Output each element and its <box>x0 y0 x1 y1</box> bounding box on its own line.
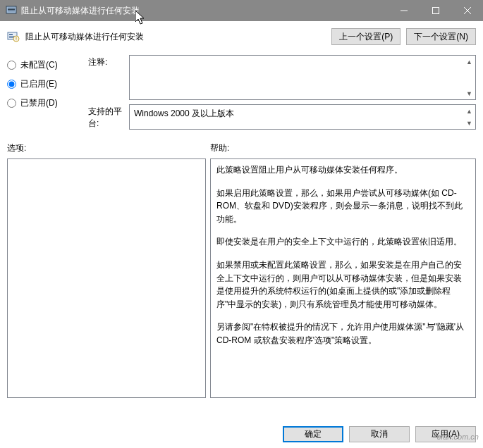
svg-rect-5 <box>432 8 439 14</box>
cancel-button[interactable]: 取消 <box>349 426 410 442</box>
svg-rect-14 <box>16 39 16 40</box>
radio-enabled-input[interactable] <box>7 80 16 89</box>
options-label: 选项: <box>7 142 210 154</box>
panes: 此策略设置阻止用户从可移动媒体安装任何程序。 如果启用此策略设置，那么，如果用户… <box>0 157 483 398</box>
scroll-up-icon[interactable]: ▲ <box>463 105 475 117</box>
options-pane[interactable] <box>7 158 206 398</box>
comment-input[interactable]: ▲ ▼ <box>129 55 476 100</box>
svg-rect-1 <box>8 8 15 8</box>
window-controls <box>388 0 483 21</box>
radio-not-configured[interactable]: 未配置(C) <box>7 59 88 71</box>
radio-disabled-input[interactable] <box>7 99 16 108</box>
bottom-bar: 确定 取消 应用(A) <box>0 421 483 448</box>
app-icon <box>6 5 17 16</box>
help-p4: 如果禁用或未配置此策略设置，那么，如果安装是在用户自己的安全上下文中运行的，则用… <box>216 259 470 311</box>
svg-rect-2 <box>8 9 15 10</box>
radio-enabled-label: 已启用(E) <box>20 78 57 90</box>
mid-labels: 选项: 帮助: <box>0 130 483 157</box>
svg-rect-13 <box>16 37 16 39</box>
policy-name: 阻止从可移动媒体进行任何安装 <box>25 31 331 43</box>
comment-row: 注释: ▲ ▼ <box>88 55 476 100</box>
apply-button[interactable]: 应用(A) <box>415 426 476 442</box>
titlebar[interactable]: 阻止从可移动媒体进行任何安装 <box>0 0 483 21</box>
right-column: 注释: ▲ ▼ 支持的平台: Windows 2000 及以上版本 ▲ ▼ <box>88 52 476 130</box>
help-pane[interactable]: 此策略设置阻止用户从可移动媒体安装任何程序。 如果启用此策略设置，那么，如果用户… <box>210 158 476 398</box>
supported-value-box: Windows 2000 及以上版本 ▲ ▼ <box>129 104 476 130</box>
scroll-down-icon[interactable]: ▼ <box>463 87 475 99</box>
supported-row: 支持的平台: Windows 2000 及以上版本 ▲ ▼ <box>88 104 476 130</box>
next-setting-button[interactable]: 下一个设置(N) <box>406 28 476 45</box>
help-p1: 此策略设置阻止用户从可移动媒体安装任何程序。 <box>216 163 470 177</box>
svg-rect-9 <box>9 34 13 35</box>
prev-setting-button[interactable]: 上一个设置(P) <box>331 28 401 45</box>
radio-disabled-label: 已禁用(D) <box>20 97 58 109</box>
state-radios: 未配置(C) 已启用(E) 已禁用(D) <box>7 52 88 130</box>
radio-disabled[interactable]: 已禁用(D) <box>7 97 88 109</box>
supported-value: Windows 2000 及以上版本 <box>134 108 234 118</box>
upper-section: 未配置(C) 已启用(E) 已禁用(D) 注释: ▲ ▼ 支持的平台: <box>0 48 483 130</box>
header-row: 阻止从可移动媒体进行任何安装 上一个设置(P) 下一个设置(N) <box>0 21 483 48</box>
radio-not-configured-label: 未配置(C) <box>20 59 58 71</box>
maximize-button[interactable] <box>420 0 451 21</box>
help-p2: 如果启用此策略设置，那么，如果用户尝试从可移动媒体(如 CD-ROM、软盘和 D… <box>216 187 470 226</box>
nav-buttons: 上一个设置(P) 下一个设置(N) <box>331 28 476 45</box>
svg-rect-3 <box>8 11 15 11</box>
policy-icon <box>7 30 20 43</box>
scroll-down-icon[interactable]: ▼ <box>463 117 475 129</box>
supported-label: 支持的平台: <box>88 104 129 130</box>
help-label: 帮助: <box>210 142 229 154</box>
radio-enabled[interactable]: 已启用(E) <box>7 78 88 90</box>
window-title: 阻止从可移动媒体进行任何安装 <box>21 5 388 17</box>
help-p5: 另请参阅"在特权被提升的情况下，允许用户使用媒体源"与"隐藏'从 CD-ROM … <box>216 321 470 347</box>
close-button[interactable] <box>451 0 483 21</box>
ok-button[interactable]: 确定 <box>283 426 343 442</box>
content-area: 阻止从可移动媒体进行任何安装 上一个设置(P) 下一个设置(N) 未配置(C) … <box>0 21 483 448</box>
radio-not-configured-input[interactable] <box>7 61 16 70</box>
minimize-button[interactable] <box>388 0 420 21</box>
scroll-up-icon[interactable]: ▲ <box>463 56 475 68</box>
comment-label: 注释: <box>88 55 129 100</box>
help-p3: 即使安装是在用户的安全上下文中运行的，此策略设置依旧适用。 <box>216 235 470 249</box>
